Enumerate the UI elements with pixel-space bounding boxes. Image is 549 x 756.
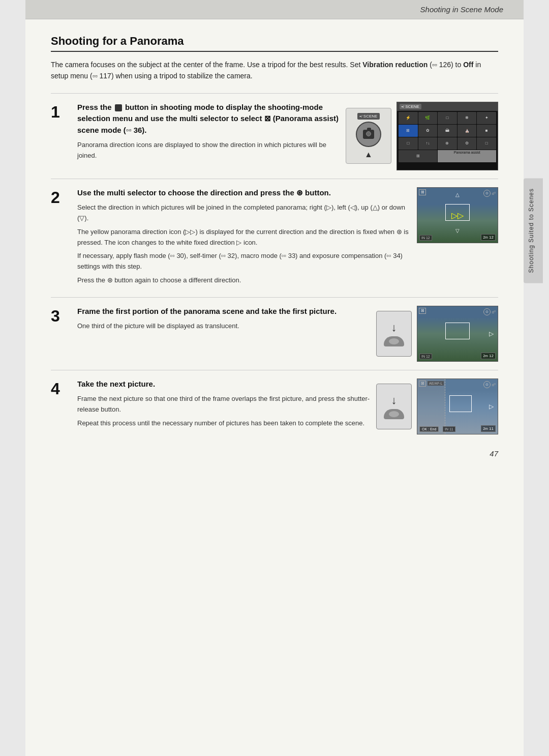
mc9: ⛪ [458,125,477,137]
step-4-screen: ⊠ AE/AF-L ⊙ d⁰ ▷ [417,379,498,434]
content-area: Shooting for a Panorama The camera focus… [25,19,524,468]
step-3-button-icon: ↓ [376,311,412,357]
top-icon-4b: d⁰ [492,383,496,388]
focus-bracket [445,204,469,220]
step-1-content: Press the button in shooting mode to dis… [77,102,498,170]
step-2-content: Use the multi selector to choose the dir… [77,187,498,289]
menu-grid-area: ⚡ 🌿 □ ❋ ✦ ⊠ ✿ 🏔 ⛪ [397,111,498,163]
focus-bracket-4 [449,395,472,412]
top-icon-3b: d⁰ [492,310,496,315]
step-2-body2: The yellow panorama direction icon (▷▷) … [77,227,412,248]
step-1-section: 1 Press the button in shooting mode to d… [51,93,498,179]
step-3-flex: Frame the first portion of the panorama … [77,306,498,362]
step-1-flex: Press the button in shooting mode to dis… [77,102,498,170]
step-4-body1: Frame the next picture so that one third… [77,394,371,415]
down-arrow-4: ↓ [391,394,397,407]
header-title: Shooting in Scene Mode [420,5,503,14]
page-main-title: Shooting for a Panorama [51,35,498,52]
step-2-section: 2 Use the multi selector to choose the d… [51,179,498,297]
camera-button-circle [356,122,381,147]
panorama-footer: Panorama assist [438,150,496,162]
step-4-text-area: Take the next picture. Frame the next pi… [77,379,371,432]
page-container: Shooting in Scene Mode Shooting Suited t… [25,0,524,756]
up-arrow: ▲ [364,150,373,159]
in-badge-4: IN 11 [443,426,455,432]
scene-label: ▪/ SCENE [357,113,380,120]
mc6: ⊠ [399,125,418,137]
step-4-body2: Repeat this process until the necessary … [77,418,371,429]
mc1: ⚡ [399,112,418,124]
camera-icon [363,130,374,139]
mc10: ■ [477,125,496,137]
bottom-info-3: 2m 12 [481,353,496,359]
top-icon-1: ⊙ [483,190,491,197]
step-4-number: 4 [51,379,69,434]
step-1-menu-screen: ▪/ SCENE ⚡ 🌿 □ ❋ ✦ [396,102,498,170]
mc2: 🌿 [418,112,438,124]
step-4-content: Take the next picture. Frame the next pi… [77,379,498,434]
ok-end-bar: OK : End [419,426,439,432]
pano-icon-3: ⊠ [419,308,426,314]
intro-text-1: The camera focuses on the subject at the… [51,61,362,69]
step-3-content: Frame the first portion of the panorama … [77,306,498,362]
menu-top-bar: ▪/ SCENE [397,102,498,111]
step-3-number: 3 [51,306,69,362]
in-badge-3: IN 12 [419,354,432,359]
right-arrow-4: ▷ [489,403,494,410]
step-3-images: ↓ ⊠ ⊙ d⁰ [376,306,498,362]
nav-down: ▽ [455,228,460,234]
intro-paragraph: The camera focuses on the subject at the… [51,59,498,82]
step-2-number: 2 [51,187,69,289]
top-icons-4: ⊙ d⁰ [483,381,496,388]
step-2-image: ⊠ ⊙ d⁰ ▷▷ △ [417,187,498,243]
in-badge: IN 12 [419,235,432,241]
focus-bracket-3 [445,323,469,339]
top-icons-3: ⊙ d⁰ [483,308,496,315]
intro-text-2: (▫▫ 126) to [428,61,463,69]
mc7: ✿ [418,125,438,137]
step-1-number: 1 [51,102,69,170]
step-3-text-area: Frame the first portion of the panorama … [77,306,371,335]
step-1-text-area: Press the button in shooting mode to dis… [77,102,341,164]
step-3-screen: ⊠ ⊙ d⁰ ▷ 2m 12 IN 12 [417,306,498,362]
menu-row-3: □ ↑↓ ⊕ ⚙ □ [399,137,496,150]
mc13: ⊕ [438,137,457,150]
step-2-body3: If necessary, apply flash mode (▫▫ 30), … [77,251,412,272]
page-number: 47 [490,449,498,458]
vibration-reduction-bold: Vibration reduction [362,61,428,69]
step-2-body1: Select the direction in which pictures w… [77,202,412,224]
step-3-body: One third of the picture will be display… [77,321,371,332]
menu-row-4: ⊞ Panorama assist [399,150,496,162]
top-icon-3a: ⊙ [483,308,491,315]
step-1-body: Panorama direction icons are displayed t… [77,140,341,161]
mc4: ❋ [458,112,477,124]
step-4-button-icon: ↓ [376,384,412,429]
mc16: ⊞ [399,150,437,162]
off-bold: Off [463,61,473,69]
mc14: ⚙ [458,137,477,150]
nav-up: △ [455,192,460,197]
step-1-images: ▪/ SCENE ▲ ▪/ [346,102,498,170]
top-icon-2: d⁰ [492,191,496,197]
mc8: 🏔 [438,125,457,137]
step-3-section: 3 Frame the first portion of the panoram… [51,297,498,370]
shutter-icon-4 [384,409,404,419]
step-2-flex: Use the multi selector to choose the dir… [77,187,498,289]
shutter-icon [384,336,404,346]
mc15: □ [477,137,496,150]
step-2-title: Use the multi selector to choose the dir… [77,187,412,199]
step-2-body4: Press the ⊛ button again to choose a dif… [77,275,412,286]
step-4-images: ↓ ⊠ AE/AF-L ⊙ d⁰ [376,379,498,434]
step-4-section: 4 Take the next picture. Frame the next … [51,370,498,443]
step-1-title: Press the button in shooting mode to dis… [77,102,341,136]
step-1-camera-icon: ▪/ SCENE ▲ [346,108,391,164]
mc11: □ [399,137,418,150]
down-arrow-3: ↓ [391,321,397,334]
step-4-flex: Take the next picture. Frame the next pi… [77,379,498,434]
menu-row-2: ⊠ ✿ 🏔 ⛪ ■ [399,125,496,137]
step-3-title: Frame the first portion of the panorama … [77,306,371,317]
menu-row-1: ⚡ 🌿 □ ❋ ✦ [399,112,496,124]
ghost-overlap [417,379,445,434]
step-4-title: Take the next picture. [77,379,371,390]
top-icon-4a: ⊙ [483,381,491,388]
